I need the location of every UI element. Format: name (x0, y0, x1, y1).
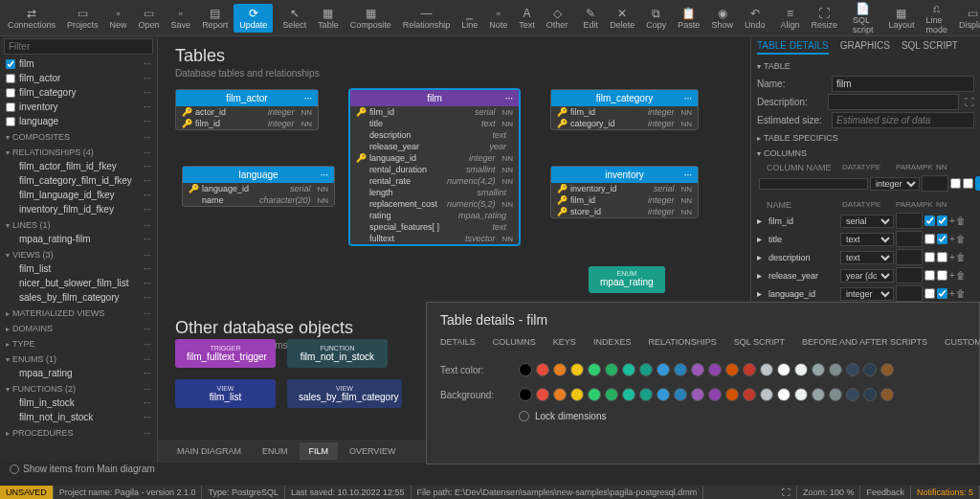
detail-tab-columns[interactable]: COLUMNS (493, 337, 536, 352)
color-swatch[interactable] (846, 363, 859, 376)
toolbar-sql-script[interactable]: 📄SQL script (847, 0, 880, 37)
tree-item-film_category_film_id_fkey[interactable]: film_category_film_id_fkey··· (0, 173, 157, 188)
color-swatch[interactable] (605, 363, 618, 376)
canvas-tab-main-diagram[interactable]: MAIN DIAGRAM (167, 442, 251, 460)
canvas-tab-overview[interactable]: OVERVIEW (340, 442, 405, 460)
color-swatch[interactable] (588, 363, 601, 376)
color-swatch[interactable] (760, 363, 773, 376)
toolbar-select[interactable]: ↖Select (277, 4, 312, 33)
color-swatch[interactable] (880, 363, 894, 376)
toolbar-copy[interactable]: ⧉Copy (640, 4, 672, 33)
toolbar-relationship[interactable]: —Relationship (397, 4, 457, 33)
color-swatch[interactable] (553, 388, 567, 401)
tree-item-film_in_stock[interactable]: film_in_stock··· (0, 396, 157, 410)
status-fit-icon[interactable]: ⛶ (776, 486, 797, 499)
entity-film[interactable]: film··· 🔑film_idserialNNtitletextNNdescr… (349, 89, 520, 245)
toolbar-connections[interactable]: ⇄Connections (2, 4, 61, 33)
tree-item-film_list[interactable]: film_list··· (0, 261, 157, 276)
color-swatch[interactable] (743, 363, 756, 376)
tree-item-film_actor_film_id_fkey[interactable]: film_actor_film_id_fkey··· (0, 159, 157, 173)
color-swatch[interactable] (674, 363, 687, 376)
entity-film-category[interactable]: film_category··· 🔑film_idintegerNN🔑categ… (550, 89, 699, 130)
tree-header-relationships[interactable]: ▾RELATIONSHIPS (4)··· (0, 144, 157, 159)
color-swatch[interactable] (708, 363, 722, 376)
color-swatch[interactable] (657, 363, 670, 376)
toolbar-edit[interactable]: ✎Edit (577, 4, 604, 33)
tree-item-film_not_in_stock[interactable]: film_not_in_stock··· (0, 410, 157, 424)
color-swatch[interactable] (777, 363, 791, 376)
canvas-tab-enum[interactable]: ENUM (253, 442, 298, 460)
detail-tab-relationships[interactable]: RELATIONSHIPS (648, 337, 716, 352)
entity-language[interactable]: language··· 🔑language_idserialNNnamechar… (182, 166, 335, 207)
detail-tab-keys[interactable]: KEYS (553, 337, 576, 352)
toolbar-show[interactable]: ◉Show (705, 4, 739, 33)
color-swatch[interactable] (519, 388, 532, 401)
detail-tab-custom-code[interactable]: CUSTOM CODE (945, 337, 980, 352)
tree-header-lines[interactable]: ▾LINES (1)··· (0, 216, 157, 232)
tree-header-composites[interactable]: ▾COMPOSITES··· (0, 128, 157, 144)
toolbar-text[interactable]: AText (513, 4, 541, 33)
tree-header-domains[interactable]: ▸DOMAINS··· (0, 320, 157, 335)
color-swatch[interactable] (570, 388, 584, 401)
col-row-description[interactable]: ▸descriptiontext+🗑 (757, 248, 974, 266)
color-swatch[interactable] (639, 363, 653, 376)
entity-film-actor[interactable]: film_actor··· 🔑actor_idintegerNN🔑film_id… (175, 89, 319, 130)
color-swatch[interactable] (622, 363, 635, 376)
tree-item-sales_by_film_category[interactable]: sales_by_film_category··· (0, 290, 157, 305)
color-swatch[interactable] (691, 363, 704, 376)
tree-header-type[interactable]: ▸TYPE··· (0, 335, 157, 351)
section-specifics[interactable]: ▸TABLE SPECIFICS (757, 130, 974, 146)
rp-tab-sql-script[interactable]: SQL SCRIPT (902, 40, 958, 55)
object-view-filmlist[interactable]: VIEWfilm_list (175, 379, 276, 408)
section-columns[interactable]: ▾COLUMNS (757, 146, 974, 161)
toolbar-layout[interactable]: ▦Layout (882, 4, 920, 33)
tree-item-inventory[interactable]: inventory··· (0, 100, 157, 114)
tree-item-film_category[interactable]: film_category··· (0, 85, 157, 100)
color-swatch[interactable] (829, 363, 842, 376)
color-swatch[interactable] (863, 388, 877, 401)
color-swatch[interactable] (794, 363, 808, 376)
color-swatch[interactable] (639, 388, 653, 401)
tree-header-functions[interactable]: ▾FUNCTIONS (2)··· (0, 380, 157, 396)
canvas-tab-film[interactable]: FILM (300, 442, 339, 460)
status-feedback[interactable]: Feedback (860, 486, 911, 499)
lock-radio[interactable] (519, 411, 529, 421)
color-swatch[interactable] (622, 388, 635, 401)
color-swatch[interactable] (657, 388, 670, 401)
tree-item-film[interactable]: film··· (0, 57, 157, 71)
toolbar-paste[interactable]: 📋Paste (672, 4, 705, 33)
object-function[interactable]: FUNCTIONfilm_not_in_stock (287, 339, 388, 368)
color-swatch[interactable] (812, 363, 825, 376)
toolbar-display[interactable]: ▭Display (953, 4, 980, 33)
detail-tab-details[interactable]: DETAILS (440, 337, 476, 352)
toolbar-other[interactable]: ◇Other (541, 4, 574, 33)
add-column-button[interactable]: Add (975, 176, 980, 191)
toolbar-delete[interactable]: ✕Delete (604, 4, 640, 33)
color-swatch[interactable] (725, 388, 739, 401)
toolbar-report[interactable]: ▤Report (196, 4, 234, 33)
section-table[interactable]: ▾TABLE (757, 58, 974, 74)
rp-tab-table-details[interactable]: TABLE DETAILS (757, 40, 829, 55)
filter-input[interactable] (4, 38, 153, 55)
status-zoom[interactable]: Zoom: 100 % (797, 486, 861, 499)
tree-item-mpaa_rating-film[interactable]: mpaa_rating-film··· (0, 232, 157, 246)
col-row-film_id[interactable]: ▸film_idserial+🗑 (757, 212, 974, 230)
tree-header-procedures[interactable]: ▸PROCEDURES··· (0, 424, 157, 440)
color-swatch[interactable] (553, 363, 567, 376)
color-swatch[interactable] (880, 388, 894, 401)
new-col-type[interactable]: integer (870, 177, 920, 191)
color-swatch[interactable] (725, 363, 739, 376)
toolbar-table[interactable]: ▦Table (312, 4, 345, 33)
enum-mpaa-rating[interactable]: ENUM mpaa_rating (589, 266, 665, 293)
tree-item-film_language_id_fkey[interactable]: film_language_id_fkey··· (0, 188, 157, 202)
color-swatch[interactable] (605, 388, 618, 401)
table-name-input[interactable] (832, 76, 974, 92)
expand-icon[interactable]: ⛶ (965, 97, 974, 107)
color-swatch[interactable] (691, 388, 704, 401)
toolbar-note[interactable]: ▫Note (483, 4, 513, 33)
color-swatch[interactable] (674, 388, 687, 401)
toolbar-align[interactable]: ≡Align (774, 4, 805, 33)
est-size-input[interactable] (832, 112, 974, 128)
toolbar-composite[interactable]: ▦Composite (345, 4, 397, 33)
object-trigger[interactable]: TRIGGERfilm_fulltext_trigger (175, 339, 276, 368)
